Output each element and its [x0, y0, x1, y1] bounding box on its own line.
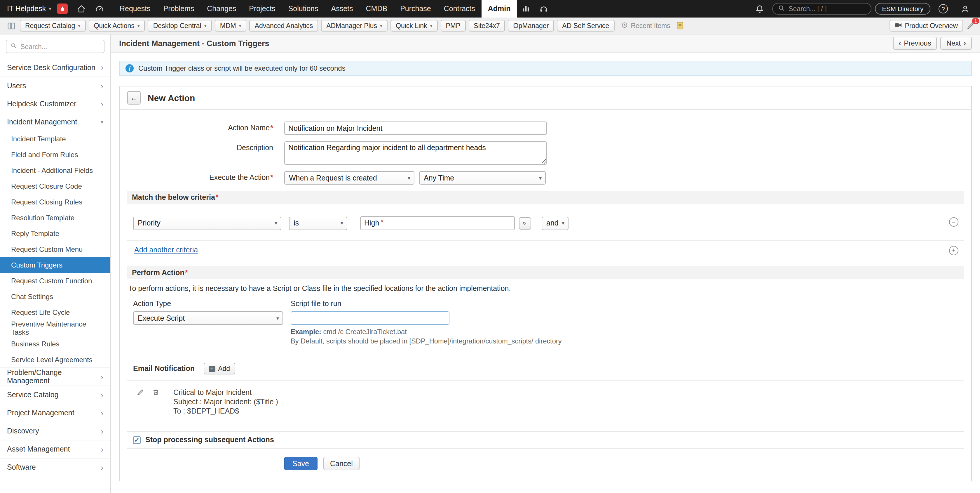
sidebar-item-field-and-form-rules[interactable]: Field and Form Rules — [0, 147, 110, 163]
sidebar-item-custom-triggers[interactable]: Custom Triggers — [0, 257, 110, 273]
criteria-join-select[interactable]: and — [542, 216, 568, 230]
button-label: AD Self Service — [562, 22, 609, 29]
menu-item-requests[interactable]: Requests — [113, 0, 157, 18]
menu-item-admin[interactable]: Admin — [482, 0, 517, 18]
toolbar-admanager-plus-button[interactable]: ADManager Plus — [321, 20, 388, 32]
add-email-notification-button[interactable]: Add — [204, 363, 235, 375]
button-label: Desktop Central — [153, 22, 201, 29]
sidebar-item-request-life-cycle[interactable]: Request Life Cycle — [0, 304, 110, 320]
sidebar-item-request-closing-rules[interactable]: Request Closing Rules — [0, 194, 110, 210]
top-navigation-bar: IT Helpdesk Requests Problems Changes Pr… — [0, 0, 980, 18]
notes-clipboard-icon[interactable] — [677, 22, 684, 30]
action-type-select[interactable]: Execute Script — [133, 311, 283, 325]
sidebar-item-asset-management[interactable]: Asset Management — [0, 440, 110, 458]
script-file-input[interactable] — [291, 311, 449, 325]
sidebar-item-problem-change-management[interactable]: Problem/Change Management — [0, 367, 110, 386]
menu-item-projects[interactable]: Projects — [242, 0, 282, 18]
cancel-button[interactable]: Cancel — [323, 457, 360, 470]
next-button[interactable]: Next — [940, 37, 972, 49]
sidebar-search[interactable] — [6, 40, 105, 53]
toolbar-site24x7-button[interactable]: Site24x7 — [468, 20, 505, 32]
sidebar-item-service-catalog[interactable]: Service Catalog — [0, 386, 110, 404]
add-another-criteria-link[interactable]: Add another criteria — [134, 246, 198, 254]
script-file-label: Script file to run — [291, 300, 562, 308]
button-label: Add — [218, 365, 230, 372]
sidebar-item-request-custom-function[interactable]: Request Custom Function — [0, 273, 110, 289]
edit-pencil-icon[interactable]: 1 — [967, 22, 974, 29]
sidebar-item-incident-additional-fields[interactable]: Incident - Additional Fields — [0, 163, 110, 178]
action-name-input[interactable] — [284, 121, 547, 135]
stop-processing-checkbox[interactable] — [133, 436, 141, 444]
reports-chart-icon[interactable] — [517, 0, 535, 18]
global-search[interactable] — [772, 3, 872, 14]
sidebar-item-discovery[interactable]: Discovery — [0, 422, 110, 440]
toolbar-pmp-button[interactable]: PMP — [441, 20, 466, 32]
menu-item-solutions[interactable]: Solutions — [282, 0, 325, 18]
esm-directory-button[interactable]: ESM Directory — [875, 3, 931, 14]
notification-badge: 1 — [972, 18, 979, 24]
toolbar-quick-link-button[interactable]: Quick Link — [390, 20, 438, 32]
previous-button[interactable]: Previous — [893, 37, 937, 49]
headset-icon[interactable] — [535, 0, 553, 18]
description-input[interactable]: Notification Regarding major incident to… — [284, 141, 547, 165]
product-overview-button[interactable]: Product Overview — [889, 20, 963, 32]
sidebar-item-incident-management[interactable]: Incident Management — [0, 113, 110, 131]
sidebar-item-preventive-maintenance-tasks[interactable]: Preventive Maintenance Tasks — [0, 320, 110, 336]
sidebar-item-helpdesk-customizer[interactable]: Helpdesk Customizer — [0, 95, 110, 113]
toolbar-desktop-central-button[interactable]: Desktop Central — [148, 20, 212, 32]
sidebar-item-business-rules[interactable]: Business Rules — [0, 336, 110, 352]
criteria-operator-select[interactable]: is — [289, 216, 347, 230]
search-icon — [778, 5, 785, 13]
sidebar-item-service-level-agreements[interactable]: Service Level Agreements — [0, 352, 110, 367]
sidebar-item-service-desk-configuration[interactable]: Service Desk Configuration — [0, 58, 110, 77]
add-criteria-button[interactable] — [949, 246, 958, 255]
recent-items-button[interactable]: Recent Items — [621, 22, 670, 30]
menu-item-cmdb[interactable]: CMDB — [360, 0, 394, 18]
menu-item-problems[interactable]: Problems — [157, 0, 201, 18]
help-icon[interactable] — [934, 4, 953, 13]
sidebar-item-software[interactable]: Software — [0, 458, 110, 476]
menu-item-assets[interactable]: Assets — [325, 0, 360, 18]
description-label: Description — [127, 141, 273, 165]
global-search-input[interactable] — [789, 5, 865, 12]
app-switcher[interactable]: IT Helpdesk — [0, 0, 57, 18]
toolbar-quick-actions-button[interactable]: Quick Actions — [88, 20, 145, 32]
sidebar-item-users[interactable]: Users — [0, 77, 110, 95]
save-button[interactable]: Save — [284, 457, 317, 470]
menu-item-changes[interactable]: Changes — [200, 0, 242, 18]
home-icon[interactable] — [72, 0, 91, 18]
toolbar-ad-self-service-button[interactable]: AD Self Service — [557, 20, 614, 32]
remove-chip-icon[interactable] — [380, 219, 384, 224]
sidebar-item-reply-template[interactable]: Reply Template — [0, 225, 110, 241]
panel-toggle-icon[interactable] — [6, 21, 17, 30]
add-criteria-row: Add another criteria — [127, 241, 964, 261]
pick-values-button[interactable] — [519, 217, 531, 229]
sidebar-item-incident-template[interactable]: Incident Template — [0, 131, 110, 147]
plus-icon — [208, 365, 215, 372]
criteria-builder: Priority is High — [127, 204, 964, 261]
toolbar-advanced-analytics-button[interactable]: Advanced Analytics — [250, 20, 318, 32]
edit-icon[interactable] — [137, 388, 144, 416]
criteria-value-box[interactable]: High — [360, 216, 515, 230]
quick-links-toolbar: Request Catalog Quick Actions Desktop Ce… — [0, 18, 980, 35]
delete-icon[interactable] — [152, 388, 159, 416]
user-profile-icon[interactable] — [956, 5, 974, 13]
sidebar-item-chat-settings[interactable]: Chat Settings — [0, 289, 110, 304]
dashboard-icon[interactable] — [91, 0, 108, 18]
back-button[interactable] — [127, 91, 141, 105]
sidebar-item-request-closure-code[interactable]: Request Closure Code — [0, 178, 110, 194]
execute-when-select[interactable]: When a Request is created — [284, 171, 414, 185]
criteria-field-select[interactable]: Priority — [133, 216, 282, 230]
sidebar-item-request-custom-menu[interactable]: Request Custom Menu — [0, 241, 110, 257]
toolbar-mdm-button[interactable]: MDM — [215, 20, 247, 32]
toolbar-request-catalog-button[interactable]: Request Catalog — [20, 20, 86, 32]
menu-item-purchase[interactable]: Purchase — [394, 0, 438, 18]
sidebar-item-resolution-template[interactable]: Resolution Template — [0, 210, 110, 225]
sidebar-item-project-management[interactable]: Project Management — [0, 404, 110, 422]
toolbar-opmanager-button[interactable]: OpManager — [508, 20, 554, 32]
execute-time-select[interactable]: Any Time — [419, 171, 546, 185]
sidebar-search-input[interactable] — [21, 43, 100, 50]
remove-criteria-button[interactable] — [949, 217, 958, 227]
notifications-bell-icon[interactable] — [751, 5, 769, 13]
menu-item-contracts[interactable]: Contracts — [438, 0, 482, 18]
